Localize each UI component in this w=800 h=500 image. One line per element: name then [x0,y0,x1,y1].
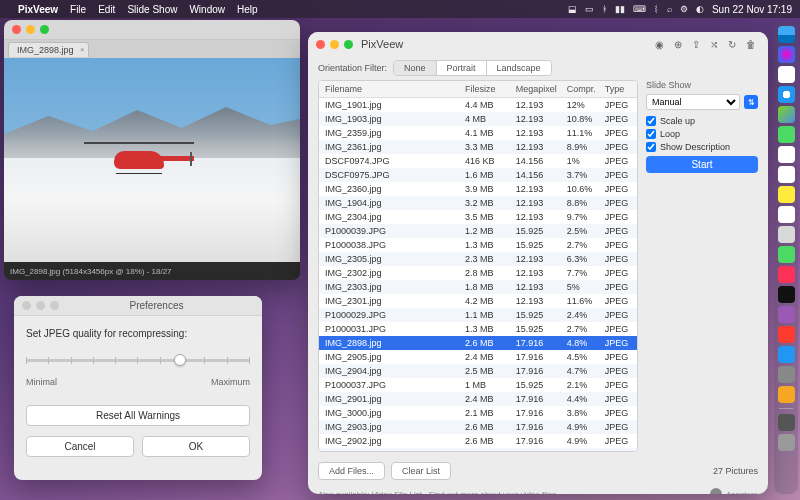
dock-facetime-icon[interactable] [778,246,795,263]
dock-appstore-icon[interactable] [778,346,795,363]
rotate-icon[interactable]: ↻ [728,39,736,50]
dock-tv-icon[interactable] [778,286,795,303]
minimize-button[interactable] [26,25,35,34]
table-row[interactable]: IMG_2302.jpg2.8 MB12.1937.7%JPEG [319,266,637,280]
table-row[interactable]: P1000029.JPG1.1 MB15.9252.4%JPEG [319,308,637,322]
display-icon[interactable]: ▭ [585,4,594,14]
start-button[interactable]: Start [646,156,758,173]
image-canvas[interactable] [4,58,300,262]
dock-calendar-icon[interactable] [778,166,795,183]
table-row[interactable]: IMG_1904.jpg3.2 MB12.1938.8%JPEG [319,196,637,210]
dock-downloads-icon[interactable] [778,414,795,431]
zoom-button[interactable] [40,25,49,34]
scale-up-checkbox[interactable]: Scale up [646,116,758,126]
shuffle-icon[interactable]: ⤭ [710,39,718,50]
close-button[interactable] [12,25,21,34]
dock-trash-icon[interactable] [778,434,795,451]
ok-button[interactable]: OK [142,436,250,457]
dock-mail-icon[interactable] [778,66,795,83]
stepper-icon[interactable]: ⇅ [744,95,758,109]
table-row[interactable]: IMG_1903.jpg4 MB12.19310.8%JPEG [319,112,637,126]
dock-siri-icon[interactable] [778,46,795,63]
table-row[interactable]: IMG_2360.jpg3.9 MB12.19310.6%JPEG [319,182,637,196]
col-type[interactable]: Type [599,81,637,98]
table-row[interactable]: IMG_2902.jpg2.6 MB17.9164.9%JPEG [319,434,637,448]
col-filesize[interactable]: Filesize [459,81,510,98]
clear-list-button[interactable]: Clear List [391,462,451,480]
control-center-icon[interactable]: ⚙ [680,4,688,14]
reset-warnings-button[interactable]: Reset All Warnings [26,405,250,426]
dock-sysprefs-icon[interactable] [778,366,795,383]
menu-window[interactable]: Window [189,4,225,15]
zoom-button[interactable] [344,40,353,49]
wifi-icon[interactable]: ⧙ [654,4,659,14]
dock-music-icon[interactable] [778,266,795,283]
col-megapixel[interactable]: Megapixel [510,81,561,98]
dock-photos-icon[interactable] [778,146,795,163]
menu-help[interactable]: Help [237,4,258,15]
dock-safari-icon[interactable] [778,86,795,103]
col-filename[interactable]: Filename [319,81,459,98]
table-row[interactable]: IMG_2303.jpg1.8 MB12.1935%JPEG [319,280,637,294]
menubar-clock[interactable]: Sun 22 Nov 17:19 [712,4,792,15]
table-row[interactable]: IMG_3000.jpg2.1 MB17.9163.8%JPEG [319,406,637,420]
seg-landscape[interactable]: Landscape [487,61,551,75]
add-icon[interactable]: ⊕ [674,39,682,50]
trash-icon[interactable]: 🗑 [746,39,756,50]
image-tab[interactable]: IMG_2898.jpg × [8,42,89,57]
dock-messages-icon[interactable] [778,126,795,143]
menu-slideshow[interactable]: Slide Show [127,4,177,15]
table-row[interactable]: IMG_2301.jpg4.2 MB12.19311.6%JPEG [319,294,637,308]
table-row[interactable]: IMG_2361.jpg3.3 MB12.1938.9%JPEG [319,140,637,154]
table-row[interactable]: IMG_2903.jpg2.6 MB17.9164.9%JPEG [319,420,637,434]
cancel-button[interactable]: Cancel [26,436,134,457]
add-files-button[interactable]: Add Files... [318,462,385,480]
dropbox-icon[interactable]: ⬓ [568,4,577,14]
bluetooth-icon[interactable]: ᚼ [602,4,607,14]
menu-edit[interactable]: Edit [98,4,115,15]
share-icon[interactable]: ⇪ [692,39,700,50]
loop-checkbox[interactable]: Loop [646,129,758,139]
dock-podcasts-icon[interactable] [778,306,795,323]
table-row[interactable]: IMG_2359.jpg4.1 MB12.19311.1%JPEG [319,126,637,140]
dock-contacts-icon[interactable] [778,226,795,243]
table-row[interactable]: P1000037.JPG1 MB15.9252.1%JPEG [319,378,637,392]
table-row[interactable]: P1000039.JPG1.2 MB15.9252.5%JPEG [319,224,637,238]
dock-notes-icon[interactable] [778,186,795,203]
slideshow-mode-select[interactable]: Manual [646,94,740,110]
table-row[interactable]: DSCF0974.JPG416 KB14.1561%JPEG [319,154,637,168]
jpeg-quality-slider[interactable] [26,349,250,373]
zoom-button[interactable] [50,301,59,310]
minimize-button[interactable] [36,301,45,310]
file-table[interactable]: Filename Filesize Megapixel Compr. Type … [318,80,638,452]
keyboard-icon[interactable]: ⌨ [633,4,646,14]
battery-icon[interactable]: ▮▮ [615,4,625,14]
orientation-segmented-control[interactable]: None Portrait Landscape [393,60,552,76]
close-button[interactable] [316,40,325,49]
search-icon[interactable]: ⌕ [667,4,672,14]
dock-news-icon[interactable] [778,326,795,343]
table-row[interactable]: IMG_2305.jpg2.3 MB12.1936.3%JPEG [319,252,637,266]
table-row[interactable]: IMG_2898.jpg2.6 MB17.9164.8%JPEG [319,336,637,350]
seg-portrait[interactable]: Portrait [437,61,487,75]
siri-icon[interactable]: ◐ [696,4,704,14]
menu-file[interactable]: File [70,4,86,15]
eye-icon[interactable]: ◉ [655,39,664,50]
table-row[interactable]: IMG_2304.jpg3.5 MB12.1939.7%JPEG [319,210,637,224]
table-row[interactable]: IMG_2905.jpg2.4 MB17.9164.5%JPEG [319,350,637,364]
table-row[interactable]: IMG_2904.jpg2.5 MB17.9164.7%JPEG [319,364,637,378]
main-titlebar[interactable]: PixVeew ◉ ⊕ ⇪ ⤭ ↻ 🗑 [308,32,768,56]
close-button[interactable] [22,301,31,310]
dock-finder-icon[interactable] [778,26,795,43]
seg-none[interactable]: None [394,61,437,75]
col-compr[interactable]: Compr. [561,81,599,98]
dock-reminders-icon[interactable] [778,206,795,223]
table-row[interactable]: IMG_1901.jpg4.4 MB12.19312%JPEG [319,98,637,112]
table-row[interactable]: DSCF0975.JPG1.6 MB14.1563.7%JPEG [319,168,637,182]
minimize-button[interactable] [330,40,339,49]
close-tab-icon[interactable]: × [80,45,85,54]
dock-maps-icon[interactable] [778,106,795,123]
table-row[interactable]: P1000031.JPG1.3 MB15.9252.7%JPEG [319,322,637,336]
image-titlebar[interactable] [4,20,300,40]
prefs-titlebar[interactable]: Preferences [14,296,262,316]
